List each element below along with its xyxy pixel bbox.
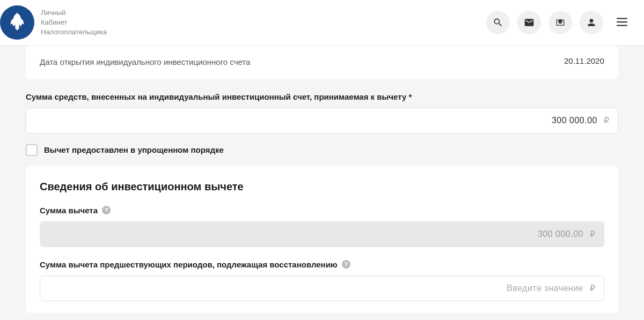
logo-text-line3: Налогоплательщика	[41, 27, 107, 37]
menu-button[interactable]	[611, 11, 633, 35]
prior-periods-label-text: Сумма вычета предшествующих периодов, по…	[40, 260, 338, 269]
currency-symbol: ₽	[590, 283, 595, 293]
simplified-checkbox-row: Вычет предоставлен в упрощенном порядке	[26, 144, 618, 156]
deduction-section-title: Сведения об инвестиционном вычете	[40, 181, 604, 193]
prior-periods-label: Сумма вычета предшествующих периодов, по…	[40, 260, 604, 269]
eagle-emblem-icon	[5, 11, 29, 34]
prior-periods-input-wrap[interactable]: ₽	[40, 276, 604, 301]
main-content: Дата открытия индивидуального инвестицио…	[0, 46, 644, 320]
header-actions	[486, 11, 633, 35]
handshake-button[interactable]	[548, 11, 572, 34]
help-icon[interactable]: ?	[342, 260, 350, 269]
messages-button[interactable]	[517, 11, 541, 34]
opening-date-label: Дата открытия индивидуального инвестицио…	[40, 56, 250, 69]
search-icon	[493, 17, 503, 28]
logo-emblem	[0, 5, 34, 40]
opening-date-row: Дата открытия индивидуального инвестицио…	[40, 56, 604, 69]
user-icon	[586, 17, 597, 28]
currency-symbol: ₽	[604, 115, 609, 125]
simplified-checkbox[interactable]	[26, 144, 38, 156]
deduction-section: Сведения об инвестиционном вычете Сумма …	[26, 166, 618, 313]
profile-button[interactable]	[580, 11, 603, 34]
logo-text: Личный Кабинет Налогоплательщика	[41, 8, 107, 38]
deduction-amount-group: Сумма вычета ? ₽	[40, 206, 604, 247]
hamburger-icon	[615, 15, 629, 29]
mail-icon	[524, 17, 535, 28]
logo-text-line2: Кабинет	[41, 18, 107, 27]
logo-area: Личный Кабинет Налогоплательщика	[0, 5, 107, 40]
logo-text-line1: Личный	[41, 8, 107, 18]
deduction-amount-input-wrap: ₽	[40, 221, 604, 247]
deposit-input[interactable]	[35, 116, 597, 125]
search-button[interactable]	[486, 11, 510, 34]
deposit-field-group: Сумма средств, внесенных на индивидуальн…	[26, 92, 618, 133]
currency-symbol: ₽	[590, 229, 595, 239]
handshake-icon	[555, 17, 566, 28]
deposit-label: Сумма средств, внесенных на индивидуальн…	[26, 92, 618, 101]
help-icon[interactable]: ?	[102, 206, 111, 214]
app-header: Личный Кабинет Налогоплательщика	[0, 0, 644, 46]
prior-periods-input[interactable]	[49, 284, 583, 293]
simplified-checkbox-label: Вычет предоставлен в упрощенном порядке	[44, 145, 224, 154]
deduction-amount-label-text: Сумма вычета	[40, 206, 98, 215]
deduction-amount-label: Сумма вычета ?	[40, 206, 604, 215]
deduction-amount-input	[49, 229, 583, 239]
prior-periods-group: Сумма вычета предшествующих периодов, по…	[40, 260, 604, 301]
opening-date-value: 20.11.2020	[564, 56, 604, 65]
account-info-card: Дата открытия индивидуального инвестицио…	[26, 46, 618, 79]
deposit-input-wrap[interactable]: ₽	[26, 108, 618, 133]
